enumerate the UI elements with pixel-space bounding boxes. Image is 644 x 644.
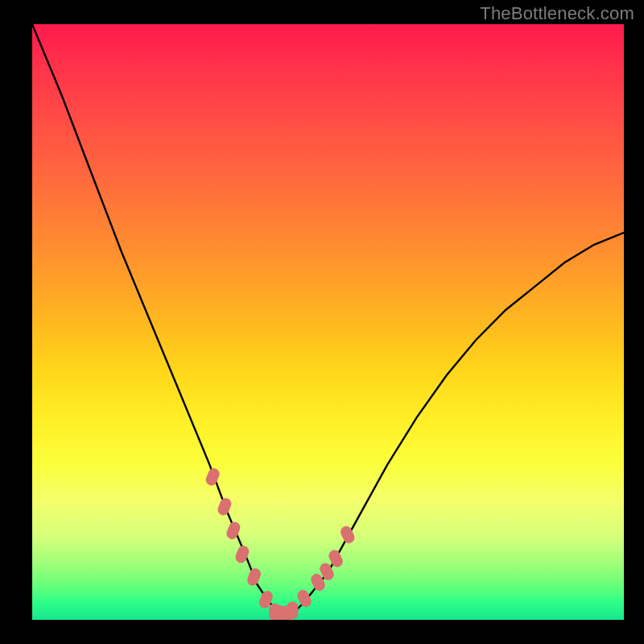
watermark-label: TheBottleneck.com <box>480 3 634 24</box>
curve-marker <box>287 601 298 619</box>
chart-frame: TheBottleneck.com <box>0 0 644 644</box>
curve-markers <box>204 467 357 620</box>
curve-layer <box>32 24 624 620</box>
curve-marker <box>225 520 242 541</box>
curve-marker <box>246 567 262 588</box>
curve-marker <box>216 497 233 518</box>
curve-marker <box>295 588 313 609</box>
plot-area <box>32 24 624 620</box>
curve-marker <box>204 467 221 488</box>
bottleneck-curve <box>32 24 624 614</box>
